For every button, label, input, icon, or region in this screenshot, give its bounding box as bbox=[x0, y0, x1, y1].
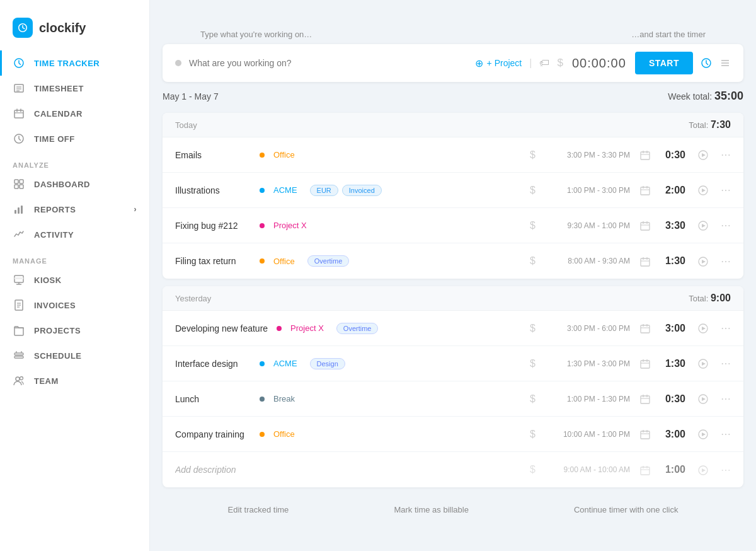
calendar-edit-icon[interactable] bbox=[640, 464, 650, 475]
start-button[interactable]: START bbox=[635, 52, 693, 74]
more-options-button[interactable]: ⋯ bbox=[721, 184, 731, 196]
entry-project: Office bbox=[273, 257, 295, 266]
sidebar-item-dashboard[interactable]: DASHBOARD bbox=[0, 171, 149, 197]
project-dot bbox=[260, 258, 265, 264]
reports-icon bbox=[13, 203, 25, 216]
continue-timer-button[interactable] bbox=[698, 393, 708, 405]
svg-rect-15 bbox=[18, 207, 20, 214]
continue-timer-button[interactable] bbox=[698, 323, 708, 334]
more-options-button[interactable]: ⋯ bbox=[721, 393, 731, 405]
continue-timer-button[interactable] bbox=[698, 185, 708, 196]
main-content: Type what you're working on… …and start … bbox=[150, 0, 756, 551]
svg-point-29 bbox=[16, 377, 20, 381]
svg-marker-46 bbox=[702, 188, 706, 192]
yesterday-section: Yesterday Total: 9:00 Developing new fea… bbox=[163, 286, 743, 487]
more-options-button[interactable]: ⋯ bbox=[721, 219, 731, 231]
kiosk-icon bbox=[13, 274, 25, 286]
tag-icon[interactable]: 🏷 bbox=[539, 57, 549, 69]
sidebar-item-timesheet[interactable]: TIMESHEET bbox=[0, 76, 149, 101]
project-dot bbox=[260, 153, 265, 158]
timer-input[interactable] bbox=[189, 58, 467, 68]
continue-timer-button[interactable] bbox=[698, 220, 708, 231]
sidebar-item-calendar[interactable]: CALENDAR bbox=[0, 101, 149, 126]
annotation-start-text: …and start the timer bbox=[631, 30, 706, 39]
yesterday-total: Total: 9:00 bbox=[689, 293, 731, 304]
more-options-button[interactable]: ⋯ bbox=[721, 322, 731, 334]
sidebar-item-kiosk[interactable]: KIOSK bbox=[0, 267, 149, 293]
add-project-button[interactable]: ⊕ + Project bbox=[475, 57, 522, 69]
sidebar-item-label: SCHEDULE bbox=[34, 351, 82, 361]
calendar-edit-icon[interactable] bbox=[640, 429, 650, 439]
svg-rect-11 bbox=[20, 180, 23, 183]
billable-toggle[interactable]: $ bbox=[530, 393, 536, 405]
project-dot bbox=[260, 361, 265, 366]
timer-mode-icon[interactable] bbox=[701, 57, 712, 69]
team-icon bbox=[13, 374, 25, 387]
entry-duration: 0:30 bbox=[660, 149, 685, 161]
billable-toggle[interactable]: $ bbox=[530, 149, 536, 161]
continue-timer-button[interactable] bbox=[698, 149, 708, 161]
calendar-edit-icon[interactable] bbox=[640, 220, 650, 231]
more-options-button[interactable]: ⋯ bbox=[721, 464, 731, 476]
sidebar-item-reports[interactable]: REPORTS › bbox=[0, 197, 149, 222]
entry-duration: 3:30 bbox=[660, 220, 685, 231]
entry-project: Break bbox=[273, 394, 295, 403]
sidebar-item-label: TEAM bbox=[34, 376, 59, 386]
continue-timer-button[interactable] bbox=[698, 464, 708, 475]
sidebar-item-label: CALENDAR bbox=[34, 109, 83, 119]
sidebar-item-time-tracker[interactable]: TIME TRACKER bbox=[0, 50, 149, 76]
table-row: Fixing bug #212 Project X $ 9:30 AM - 1:… bbox=[163, 208, 743, 243]
billable-toggle[interactable]: $ bbox=[530, 464, 536, 475]
svg-rect-71 bbox=[641, 396, 650, 403]
continue-timer-button[interactable] bbox=[698, 358, 708, 369]
tag-eur: EUR bbox=[310, 185, 338, 196]
svg-marker-52 bbox=[702, 224, 706, 228]
svg-rect-13 bbox=[20, 185, 23, 188]
svg-rect-18 bbox=[14, 277, 23, 279]
calendar-edit-icon[interactable] bbox=[640, 358, 650, 369]
continue-timer-button[interactable] bbox=[698, 255, 708, 267]
billable-icon[interactable]: $ bbox=[557, 57, 563, 69]
logo: clockify bbox=[0, 10, 149, 50]
today-title: Today bbox=[175, 120, 197, 130]
more-options-button[interactable]: ⋯ bbox=[721, 428, 731, 440]
billable-toggle[interactable]: $ bbox=[530, 358, 536, 369]
sidebar-item-activity[interactable]: ACTIVITY bbox=[0, 222, 149, 247]
entry-time-range: 3:00 PM - 3:30 PM bbox=[542, 151, 630, 160]
more-options-button[interactable]: ⋯ bbox=[721, 255, 731, 267]
billable-toggle[interactable]: $ bbox=[530, 185, 536, 196]
calendar-edit-icon[interactable] bbox=[640, 185, 650, 195]
entry-time-range: 8:00 AM - 9:30 AM bbox=[542, 257, 630, 265]
calendar-edit-icon[interactable] bbox=[640, 393, 650, 404]
sidebar-item-time-off[interactable]: TIME OFF bbox=[0, 126, 149, 151]
sidebar-item-schedule[interactable]: SCHEDULE bbox=[0, 343, 149, 368]
top-annotations: Type what you're working on… …and start … bbox=[150, 0, 756, 44]
invoices-icon bbox=[13, 299, 25, 311]
billable-toggle[interactable]: $ bbox=[530, 220, 536, 231]
svg-marker-40 bbox=[702, 153, 706, 157]
tag-design: Design bbox=[310, 358, 345, 369]
calendar-edit-icon[interactable] bbox=[640, 323, 650, 334]
entry-description: Company training bbox=[175, 429, 251, 439]
more-options-button[interactable]: ⋯ bbox=[721, 357, 731, 369]
entry-duration: 3:00 bbox=[660, 323, 685, 334]
calendar-edit-icon[interactable] bbox=[640, 149, 650, 160]
more-options-button[interactable]: ⋯ bbox=[721, 149, 731, 161]
list-mode-icon[interactable] bbox=[719, 57, 731, 69]
entry-description: Filing tax return bbox=[175, 256, 251, 266]
svg-rect-53 bbox=[641, 258, 650, 266]
add-description-input[interactable] bbox=[175, 465, 346, 475]
project-dot bbox=[260, 188, 265, 193]
billable-toggle[interactable]: $ bbox=[530, 429, 536, 440]
entry-description: Developing new feature bbox=[175, 323, 268, 334]
continue-timer-button[interactable] bbox=[698, 429, 708, 440]
sidebar-item-label: REPORTS bbox=[34, 205, 76, 214]
calendar-edit-icon[interactable] bbox=[640, 255, 650, 266]
sidebar-item-invoices[interactable]: INVOICES bbox=[0, 293, 149, 318]
sidebar-item-projects[interactable]: PROJECTS bbox=[0, 318, 149, 343]
sidebar-item-team[interactable]: TEAM bbox=[0, 368, 149, 393]
billable-toggle[interactable]: $ bbox=[530, 255, 536, 267]
entry-duration: 1:30 bbox=[660, 358, 685, 369]
timesheet-icon bbox=[13, 82, 25, 95]
billable-toggle[interactable]: $ bbox=[530, 323, 536, 334]
